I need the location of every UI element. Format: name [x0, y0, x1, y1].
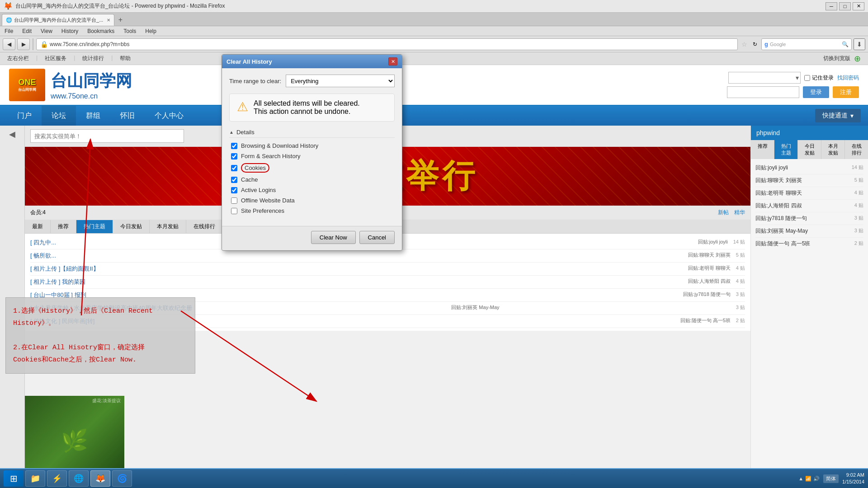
- search-icon[interactable]: 🔍: [842, 41, 849, 47]
- list-item: 回贴:随便一句 高一5班 2 贴: [755, 238, 863, 250]
- hot-item-title[interactable]: 回贴:jy7818 随便一句: [755, 215, 852, 222]
- register-button[interactable]: 注册: [833, 86, 859, 98]
- menu-edit[interactable]: Edit: [20, 27, 33, 35]
- quick-nav-button[interactable]: 快捷通道 ▾: [815, 109, 861, 122]
- tab-latest[interactable]: 最新: [25, 220, 51, 233]
- nav-community[interactable]: 社区服务: [45, 55, 66, 62]
- remember-checkbox[interactable]: [804, 75, 810, 81]
- search-box[interactable]: g Google 🔍: [761, 38, 852, 50]
- time-range-select[interactable]: Everything: [286, 75, 395, 87]
- post-title[interactable]: [ 相片上传 ] 我的菜园: [30, 278, 688, 286]
- post-count: 3 贴: [736, 291, 745, 299]
- hot-item-title[interactable]: 回贴:聊聊天 刘丽英: [755, 177, 852, 184]
- sidebar-collapse-icon[interactable]: ◀: [9, 129, 15, 139]
- hot-tab-hot[interactable]: 热门主题: [774, 140, 798, 159]
- nav-help[interactable]: 帮助: [120, 55, 131, 62]
- hot-item-title[interactable]: 回贴:人海矫阳 四叔: [755, 202, 852, 210]
- new-tab-button[interactable]: +: [114, 14, 126, 26]
- hot-tab-today[interactable]: 今日发贴: [798, 140, 821, 159]
- download-button[interactable]: ⬇: [854, 38, 865, 50]
- search-placeholder: Google: [770, 42, 786, 47]
- password-input[interactable]: [727, 86, 799, 98]
- checkbox-cache-input[interactable]: [231, 177, 237, 183]
- site-header: ONE 台山同学网 台山同学网 www.75one.cn: [0, 65, 868, 106]
- tab-recommend[interactable]: 推荐: [51, 220, 76, 233]
- checkbox-site-prefs-input[interactable]: [231, 208, 237, 214]
- menu-tools[interactable]: Tools: [122, 27, 138, 35]
- cancel-button[interactable]: Cancel: [359, 231, 395, 244]
- jing-link[interactable]: 精华: [734, 209, 745, 216]
- taskbar-ie[interactable]: 🌀: [112, 470, 132, 487]
- dialog-close-button[interactable]: ✕: [388, 57, 397, 66]
- taskbar-firefox[interactable]: 🦊: [90, 470, 110, 487]
- tab-title: 台山同学网_海内外台山人的交流平台_...: [14, 17, 103, 23]
- hot-item-count: 3 贴: [854, 227, 863, 235]
- wide-view-link[interactable]: 切换到宽版: [823, 55, 850, 62]
- checkbox-browsing-input[interactable]: [231, 143, 237, 149]
- volume-tray-icon[interactable]: 🔊: [813, 476, 820, 482]
- nav-profile[interactable]: 个人中心: [145, 106, 193, 126]
- login-area: ▾ 记住登录 找回密码 登录 注册: [727, 72, 859, 98]
- username-wrapper: ▾: [728, 72, 801, 84]
- site-search-input[interactable]: [30, 129, 184, 143]
- new-post-link[interactable]: 新帖: [718, 209, 729, 216]
- tab-online[interactable]: 在线排行: [186, 220, 222, 233]
- username-dropdown-icon[interactable]: ▾: [796, 74, 799, 81]
- tab-month[interactable]: 本月发贴: [150, 220, 186, 233]
- maximize-button[interactable]: □: [839, 2, 851, 10]
- forgot-password-link[interactable]: 找回密码: [837, 74, 859, 82]
- tab-close-button[interactable]: ✕: [107, 18, 110, 23]
- hot-item-title[interactable]: 回贴:joyli joyli: [755, 164, 849, 172]
- hot-tab-online[interactable]: 在线排行: [845, 140, 868, 159]
- system-tray: ▲ 📶 🔊: [798, 476, 820, 482]
- checkbox-offline-input[interactable]: [231, 197, 237, 204]
- nav-portal[interactable]: 门户: [7, 106, 42, 126]
- nav-stats[interactable]: 统计排行: [82, 55, 104, 62]
- url-bar[interactable]: 🔒 www.75one.cn/index.php?m=bbs: [36, 38, 738, 50]
- nav-columns[interactable]: 左右分栏: [7, 55, 29, 62]
- login-button[interactable]: 登录: [803, 86, 829, 98]
- language-indicator[interactable]: 简体: [823, 474, 839, 483]
- forward-button[interactable]: ▶: [17, 38, 30, 50]
- main-content-area: ◀ 会隆重举行: [0, 126, 868, 486]
- post-title[interactable]: [ 畅所欲...: [30, 252, 688, 260]
- site-top-bar: 左右分栏 | 社区服务 | 统计排行 | 帮助 切换到宽版 ⊕: [0, 52, 868, 65]
- list-item: 回贴:jy7818 随便一句 3 贴: [755, 212, 863, 225]
- network-tray-icon[interactable]: 📶: [805, 476, 811, 482]
- nav-nostalgia[interactable]: 怀旧: [110, 106, 145, 126]
- tab-hot[interactable]: 热门主题: [76, 220, 113, 233]
- details-header[interactable]: ▲ Details: [229, 127, 395, 138]
- nav-forum[interactable]: 论坛: [42, 106, 76, 126]
- active-tab[interactable]: 🌐 台山同学网_海内外台山人的交流平台_... ✕: [2, 14, 114, 26]
- taskbar-network[interactable]: 🌐: [69, 470, 89, 487]
- clear-now-button[interactable]: Clear Now: [311, 231, 356, 244]
- menu-help[interactable]: Help: [143, 27, 158, 35]
- hot-tab-recommend[interactable]: 推荐: [751, 140, 774, 159]
- checkbox-cookies-input[interactable]: [231, 165, 237, 171]
- annotation-text: 1.选择《History》，然后《Clean Recent History》。 …: [13, 305, 188, 366]
- close-button[interactable]: ✕: [853, 2, 864, 10]
- hot-item-title[interactable]: 回贴:随便一句 高一5班: [755, 240, 852, 248]
- post-count: 14 贴: [733, 239, 745, 247]
- hot-tab-month[interactable]: 本月发贴: [821, 140, 845, 159]
- taskbar-explorer[interactable]: ⚡: [47, 470, 67, 487]
- bookmark-star-icon[interactable]: ☆: [740, 38, 749, 50]
- hot-item-title[interactable]: 回贴:老明哥 聊聊天: [755, 189, 852, 197]
- refresh-button[interactable]: ↻: [750, 38, 760, 50]
- username-input[interactable]: [728, 72, 801, 84]
- minimize-button[interactable]: ─: [826, 2, 837, 10]
- menu-file[interactable]: File: [3, 27, 15, 35]
- tab-today[interactable]: 今日发贴: [113, 220, 150, 233]
- menu-history[interactable]: History: [60, 27, 80, 35]
- start-button[interactable]: ⊞: [4, 470, 24, 487]
- back-button[interactable]: ◀: [3, 38, 15, 50]
- taskbar-file-manager[interactable]: 📁: [25, 470, 45, 487]
- checkbox-active-logins-input[interactable]: [231, 187, 237, 193]
- nav-groups[interactable]: 群组: [76, 106, 110, 126]
- hot-item-title[interactable]: 回贴:刘丽英 May-May: [755, 227, 852, 235]
- menu-bookmarks[interactable]: Bookmarks: [85, 27, 116, 35]
- menu-view[interactable]: View: [39, 27, 54, 35]
- tray-arrow-icon[interactable]: ▲: [798, 476, 803, 481]
- post-title[interactable]: [ 相片上传 ]【紐約面觀II】: [30, 265, 688, 273]
- checkbox-form-input[interactable]: [231, 153, 237, 160]
